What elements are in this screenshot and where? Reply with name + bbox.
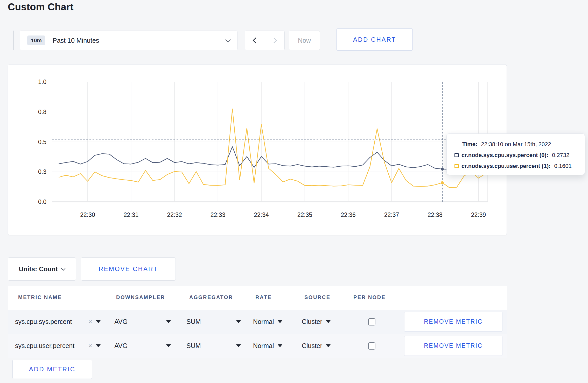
caret-down-icon xyxy=(236,320,241,323)
caret-down-icon xyxy=(278,320,282,323)
per-node-checkbox[interactable] xyxy=(368,342,375,350)
svg-text:22:32: 22:32 xyxy=(167,211,182,218)
caret-down-icon xyxy=(96,320,101,323)
chart-tooltip: Time: 22:38:10 on Mar 15th, 2022 cr.node… xyxy=(446,133,585,175)
source-select[interactable]: Cluster xyxy=(302,310,331,334)
svg-text:22:35: 22:35 xyxy=(297,211,312,218)
time-range-dropdown[interactable]: 10m Past 10 Minutes xyxy=(20,31,237,50)
tooltip-time-value: 22:38:10 on Mar 15th, 2022 xyxy=(481,141,551,148)
caret-down-icon xyxy=(166,344,171,347)
tooltip-series-value: 0.1601 xyxy=(554,163,572,169)
svg-text:22:37: 22:37 xyxy=(384,211,399,218)
metric-name-value: sys.cpu.sys.percent xyxy=(15,318,72,325)
aggregator-value: SUM xyxy=(186,318,201,325)
table-row: sys.cpu.sys.percent × AVG SUM Normal Clu… xyxy=(8,310,507,334)
remove-metric-button[interactable]: REMOVE METRIC xyxy=(404,336,502,356)
chart-card: 0.00.30.50.81.022:3022:3122:3222:3322:34… xyxy=(8,64,507,235)
units-dropdown[interactable]: Units: Count xyxy=(8,257,76,281)
tooltip-series-value: 0.2732 xyxy=(552,152,569,159)
rate-value: Normal xyxy=(253,342,274,350)
metrics-table-header: METRIC NAME DOWNSAMPLER AGGREGATOR RATE … xyxy=(8,286,507,310)
col-header-rate: RATE xyxy=(255,294,272,300)
downsampler-select[interactable]: AVG xyxy=(114,310,171,334)
aggregator-value: SUM xyxy=(186,342,201,350)
per-node-checkbox[interactable] xyxy=(368,318,375,325)
tooltip-series-name: cr.node.sys.cpu.user.percent (1): xyxy=(461,163,551,169)
rate-value: Normal xyxy=(253,318,274,325)
tooltip-series-name: cr.node.sys.cpu.sys.percent (0): xyxy=(461,152,548,159)
range-prev-button[interactable] xyxy=(245,31,265,50)
source-select[interactable]: Cluster xyxy=(302,334,331,358)
range-next-button[interactable] xyxy=(265,31,284,50)
rate-select[interactable]: Normal xyxy=(253,310,282,334)
chevron-right-icon xyxy=(271,38,277,44)
svg-text:0.5: 0.5 xyxy=(38,139,46,145)
svg-text:1.0: 1.0 xyxy=(38,79,46,85)
caret-down-icon xyxy=(278,344,282,347)
svg-text:22:38: 22:38 xyxy=(428,211,443,218)
range-step-group xyxy=(245,31,285,50)
metric-name-select[interactable]: sys.cpu.user.percent × xyxy=(15,334,101,358)
svg-text:22:39: 22:39 xyxy=(471,211,486,218)
add-chart-button[interactable]: ADD CHART xyxy=(337,29,413,51)
remove-metric-button[interactable]: REMOVE METRIC xyxy=(404,312,502,332)
caret-down-icon xyxy=(326,344,331,347)
source-value: Cluster xyxy=(302,318,322,325)
downsampler-value: AVG xyxy=(114,318,128,325)
time-range-label: Past 10 Minutes xyxy=(53,37,99,44)
chevron-down-icon xyxy=(225,37,231,42)
downsampler-value: AVG xyxy=(114,342,128,350)
series-sys-swatch-icon xyxy=(454,153,459,157)
page-title: Custom Chart xyxy=(8,2,74,13)
col-header-per-node: PER NODE xyxy=(353,294,386,300)
tooltip-time-row: Time: 22:38:10 on Mar 15th, 2022 xyxy=(454,140,585,149)
svg-text:22:33: 22:33 xyxy=(211,211,226,218)
aggregator-select[interactable]: SUM xyxy=(186,334,241,358)
col-header-metric-name: METRIC NAME xyxy=(18,294,62,300)
clear-metric-icon[interactable]: × xyxy=(88,318,92,326)
tooltip-series-row: cr.node.sys.cpu.user.percent (1): 0.1601 xyxy=(454,162,585,171)
svg-text:22:31: 22:31 xyxy=(124,211,139,218)
time-range-badge: 10m xyxy=(27,36,45,45)
svg-text:22:34: 22:34 xyxy=(254,211,269,218)
svg-text:22:36: 22:36 xyxy=(341,211,356,218)
metric-name-value: sys.cpu.user.percent xyxy=(15,342,74,350)
remove-chart-button[interactable]: REMOVE CHART xyxy=(81,257,176,281)
metric-name-select[interactable]: sys.cpu.sys.percent × xyxy=(15,310,101,334)
table-row: sys.cpu.user.percent × AVG SUM Normal Cl… xyxy=(8,334,507,358)
tooltip-time-label: Time: xyxy=(462,141,477,148)
add-metric-button[interactable]: ADD METRIC xyxy=(12,360,92,379)
chevron-down-icon xyxy=(61,266,66,271)
source-value: Cluster xyxy=(302,342,322,350)
units-label: Units: Count xyxy=(19,265,58,273)
caret-down-icon xyxy=(326,320,331,323)
svg-text:0.0: 0.0 xyxy=(38,198,46,205)
chart-svg[interactable]: 0.00.30.50.81.022:3022:3122:3222:3322:34… xyxy=(8,65,507,236)
toolbar-divider xyxy=(13,31,14,50)
clear-metric-icon[interactable]: × xyxy=(88,342,92,350)
caret-down-icon xyxy=(96,344,101,347)
chevron-left-icon xyxy=(253,38,259,44)
caret-down-icon xyxy=(166,320,171,323)
aggregator-select[interactable]: SUM xyxy=(186,310,241,334)
col-header-downsampler: DOWNSAMPLER xyxy=(116,294,165,300)
series-user-swatch-icon xyxy=(454,164,459,168)
col-header-aggregator: AGGREGATOR xyxy=(189,294,233,300)
rate-select[interactable]: Normal xyxy=(253,334,282,358)
col-header-source: SOURCE xyxy=(304,294,331,300)
svg-text:0.3: 0.3 xyxy=(38,168,46,175)
tooltip-series-row: cr.node.sys.cpu.sys.percent (0): 0.2732 xyxy=(454,151,585,160)
caret-down-icon xyxy=(236,344,241,347)
downsampler-select[interactable]: AVG xyxy=(114,334,171,358)
svg-text:22:30: 22:30 xyxy=(80,211,95,218)
now-button[interactable]: Now xyxy=(289,31,320,50)
svg-text:0.8: 0.8 xyxy=(38,109,46,115)
